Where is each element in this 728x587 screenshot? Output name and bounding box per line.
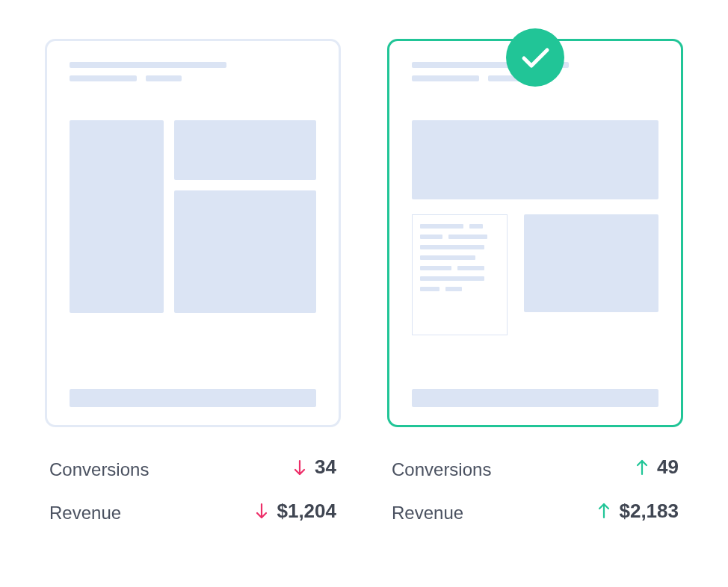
placeholder-body-a [70,120,316,313]
placeholder-body-b [412,120,658,335]
conversions-value: 34 [315,456,336,479]
arrow-down-icon [254,503,269,518]
variant-b: Conversions 49 Revenue $2,183 [387,39,683,524]
placeholder-subtitle-row [70,75,316,81]
svg-point-2 [506,28,564,87]
variant-comparison: Conversions 34 Revenue $1,204 [45,39,683,524]
arrow-down-icon [292,460,307,475]
arrow-up-icon [596,503,611,518]
revenue-label: Revenue [392,503,463,524]
placeholder-title-bar [70,62,226,68]
variant-b-preview-card[interactable] [387,39,683,427]
placeholder-footer-bar [412,389,658,407]
revenue-label: Revenue [49,503,121,524]
revenue-value: $2,183 [619,500,679,523]
variant-a-revenue-row: Revenue $1,204 [49,500,336,524]
conversions-label: Conversions [392,459,491,480]
variant-a-preview-card[interactable] [45,39,341,427]
variant-b-revenue-row: Revenue $2,183 [392,500,679,524]
conversions-value: 49 [657,456,679,479]
revenue-value: $1,204 [277,500,336,523]
variant-a-metrics: Conversions 34 Revenue $1,204 [45,456,341,524]
variant-a-conversions-row: Conversions 34 [49,456,336,480]
variant-b-conversions-row: Conversions 49 [392,456,679,480]
conversions-label: Conversions [49,459,149,480]
placeholder-footer-bar [70,389,316,407]
variant-b-metrics: Conversions 49 Revenue $2,183 [387,456,683,524]
arrow-up-icon [635,460,650,475]
winner-check-badge [506,28,564,87]
placeholder-text-panel [412,214,508,335]
variant-a: Conversions 34 Revenue $1,204 [45,39,341,524]
